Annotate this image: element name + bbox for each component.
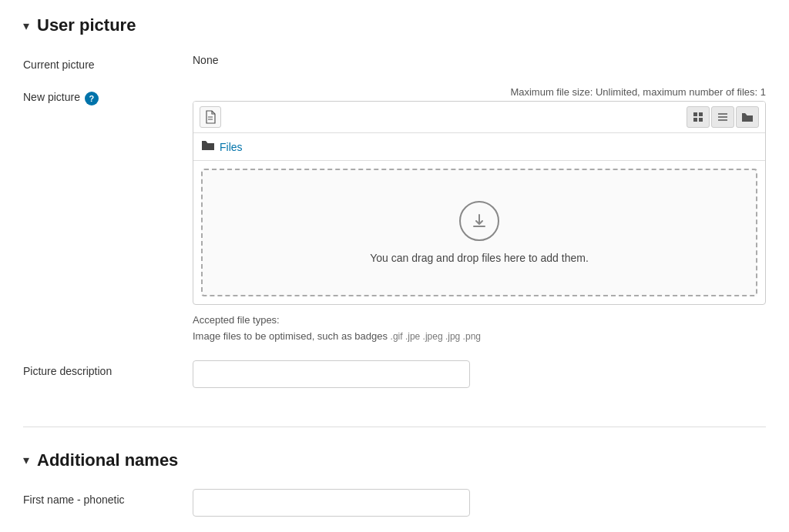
folder-view-button[interactable]: [736, 106, 759, 128]
picture-description-row: Picture description: [23, 360, 766, 388]
first-name-phonetic-input[interactable]: [193, 489, 470, 517]
user-picture-section: ▾ User picture Current picture None New …: [23, 15, 766, 427]
svg-rect-5: [699, 118, 703, 122]
picture-description-label: Picture description: [23, 360, 193, 377]
additional-names-section: ▾ Additional names First name - phonetic: [23, 450, 766, 532]
add-file-button[interactable]: [200, 106, 221, 128]
additional-names-chevron[interactable]: ▾: [23, 453, 29, 467]
first-name-phonetic-content: [193, 489, 766, 517]
new-picture-help-icon[interactable]: ?: [85, 92, 99, 105]
file-picker: Files You can drag and drop files here t…: [193, 101, 766, 305]
svg-rect-3: [699, 112, 703, 116]
svg-rect-4: [693, 118, 697, 122]
current-picture-label: Current picture: [23, 54, 193, 71]
toolbar-left: [200, 106, 221, 128]
picture-description-input[interactable]: [193, 360, 470, 388]
files-link[interactable]: Files: [220, 141, 243, 153]
accepted-types: Accepted file types: Image files to be o…: [193, 313, 766, 345]
first-name-phonetic-row: First name - phonetic: [23, 489, 766, 517]
file-picker-toolbar: [193, 102, 765, 133]
new-picture-row: New picture ? Maximum file size: Unlimit…: [23, 86, 766, 345]
current-picture-row: Current picture None: [23, 54, 766, 71]
toolbar-right: [687, 106, 759, 128]
files-row: Files: [193, 133, 765, 161]
file-size-info: Maximum file size: Unlimited, maximum nu…: [193, 86, 766, 98]
accepted-types-description: Image files to be optimised, such as bad…: [193, 329, 766, 345]
additional-names-header: ▾ Additional names: [23, 450, 766, 473]
user-picture-chevron[interactable]: ▾: [23, 18, 29, 33]
folder-icon: [201, 139, 215, 154]
user-picture-title: User picture: [37, 15, 136, 35]
current-picture-content: None: [193, 54, 766, 66]
new-picture-content: Maximum file size: Unlimited, maximum nu…: [193, 86, 766, 345]
picture-description-content: [193, 360, 766, 388]
download-icon: [459, 201, 499, 241]
accepted-extensions: .gif .jpe .jpeg .jpg .png: [391, 331, 481, 342]
user-picture-header: ▾ User picture: [23, 15, 766, 38]
grid-view-button[interactable]: [687, 106, 710, 128]
accepted-types-label: Accepted file types:: [193, 313, 766, 329]
list-view-button[interactable]: [711, 106, 734, 128]
additional-names-title: Additional names: [37, 450, 178, 470]
new-picture-label: New picture ?: [23, 86, 193, 105]
first-name-phonetic-label: First name - phonetic: [23, 489, 193, 506]
current-picture-value: None: [193, 49, 218, 66]
drop-zone[interactable]: You can drag and drop files here to add …: [201, 169, 757, 296]
drop-zone-text: You can drag and drop files here to add …: [370, 252, 589, 264]
svg-rect-2: [693, 112, 697, 116]
